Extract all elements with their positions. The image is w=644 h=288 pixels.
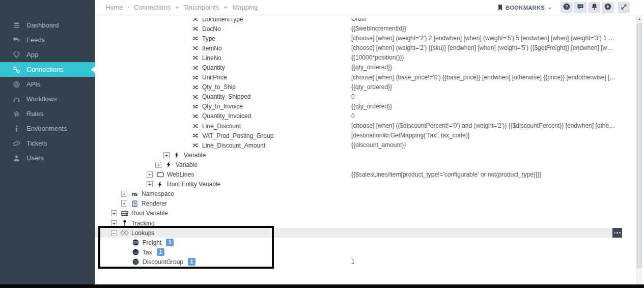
tree-row[interactable]: +Tracking (95, 218, 632, 228)
tree-row[interactable]: Line_Discount_Amount{{discount_amount}} (95, 140, 632, 150)
lookup-item-icon (131, 258, 140, 265)
tree-row[interactable]: Freight1 (95, 238, 632, 247)
row-menu-button[interactable] (612, 228, 622, 238)
shuffle-icon (191, 75, 200, 80)
tree-row[interactable]: +nsNamespace (95, 189, 632, 199)
breadcrumb-item-home[interactable]: Home (105, 4, 123, 11)
collapse-icon[interactable]: − (111, 230, 117, 236)
tree-row-value: [choose] [when] (($discountPercent!='0')… (351, 121, 615, 131)
tree-row[interactable]: +Variable (95, 160, 632, 169)
expand-icon[interactable]: + (111, 220, 117, 226)
breadcrumb-item-connections[interactable]: Connections (134, 4, 171, 11)
topbar-buttons: ? (559, 2, 630, 13)
sidebar-item-label: Users (26, 154, 44, 162)
tree-row-label: Tax (143, 249, 152, 256)
svg-text:?: ? (565, 4, 568, 9)
sidebar-item-tickets[interactable]: Tickets (0, 136, 95, 151)
sidebar-item-connections[interactable]: Connections (0, 62, 95, 77)
help-icon: ? (563, 3, 570, 12)
tree-row[interactable]: +Root Variable (95, 209, 632, 218)
lookup-item-icon (131, 249, 140, 255)
tree-row[interactable]: Qty_to_Ship{{qty_ordered}} (95, 82, 632, 92)
tree-row-label: Variable (176, 161, 198, 168)
top-bar: HomeConnectionsTouchpointsMapping BOOKMA… (95, 0, 644, 15)
dashboard-icon (12, 22, 21, 29)
connections-icon (12, 66, 21, 73)
chat-button[interactable] (574, 2, 586, 13)
tree-row-value: 1 (351, 257, 355, 267)
sidebar-item-rules[interactable]: Rules (0, 106, 95, 121)
sidebar-item-dashboard[interactable]: Dashboard (0, 18, 95, 33)
tree-row[interactable]: +Root Entity Variable (95, 180, 632, 189)
tree-row[interactable]: Quantity_Shipped0 (95, 92, 632, 102)
tree-row[interactable]: Qty_to_Invoice{{qty_ordered}} (95, 102, 632, 111)
tree-row-value: [choose] [when] (weight='2') 2 [endwhen]… (351, 34, 614, 43)
sidebar-item-workflows[interactable]: Workflows (0, 92, 95, 106)
shuffle-icon (191, 113, 200, 119)
tree-row[interactable]: DocumentTypeOrder (95, 18, 632, 24)
tree-row[interactable]: UnitPrice[choose] [when] (base_price!='0… (95, 73, 632, 82)
breadcrumb-item-mapping[interactable]: Mapping (232, 4, 258, 11)
expand-icon[interactable]: + (121, 200, 127, 207)
sidebar-item-app[interactable]: App (0, 47, 95, 62)
tree-row-label: Renderer (142, 200, 167, 207)
active-item-arrow (91, 66, 95, 73)
tree-row[interactable]: Line_Discount[choose] [when] (($discount… (95, 121, 632, 131)
expand-icon[interactable]: + (147, 171, 153, 178)
shuffle-icon (191, 26, 200, 32)
tree-row[interactable]: Quantity_Invoiced0 (95, 111, 632, 121)
tree-row-label: Line_Discount (202, 123, 241, 130)
tree-row[interactable]: LineNo{{10000*position()}} (95, 53, 632, 63)
tree-row-value: {{qty_ordered}} (351, 63, 392, 72)
expand-icon[interactable]: + (147, 181, 153, 187)
chat-icon (577, 3, 584, 12)
tree-row-label: Quantity_Shipped (202, 93, 250, 100)
expand-button[interactable] (618, 2, 630, 13)
bookmarks-button[interactable]: BOOKMARKS (498, 5, 552, 11)
tree-row-label: Tracking (131, 220, 155, 227)
topbar-actions: BOOKMARKS ? (498, 2, 630, 13)
tree-row[interactable]: VAT_Prod_Posting_Group[destinationlib:Ge… (95, 131, 632, 140)
tree-row[interactable]: DiscountGroup11 (95, 257, 632, 267)
tree-row[interactable]: +Renderer (95, 199, 632, 209)
expand-icon[interactable]: + (111, 210, 117, 216)
tree-row[interactable]: DocNo{{$webIncrementId}} (95, 24, 632, 34)
shuffle-icon (191, 18, 200, 22)
tree-row[interactable]: Quantity{{qty_ordered}} (95, 63, 632, 72)
feeds-icon (12, 37, 21, 44)
shuffle-icon (191, 123, 200, 129)
tree-row[interactable]: −Lookups (95, 228, 632, 238)
tree-row-label: Root Entity Variable (167, 181, 220, 188)
expand-icon[interactable]: + (121, 191, 127, 197)
tree-row-label: LineNo (202, 54, 221, 62)
chevron-down-icon (548, 5, 552, 11)
tree-row-label: Lookups (131, 229, 154, 237)
sidebar-item-label: APIs (26, 80, 40, 88)
bell-button[interactable] (588, 2, 600, 13)
sidebar-item-label: Environments (26, 125, 67, 132)
expand-icon[interactable]: + (163, 152, 170, 158)
tree-row[interactable]: +Variable (95, 150, 632, 160)
bell-icon (591, 3, 598, 12)
scroll-up-arrow-icon[interactable]: ▲ (637, 17, 642, 20)
breadcrumb-item-touchpoints[interactable]: Touchpoints (184, 4, 219, 11)
renderer-icon (130, 200, 139, 207)
vertical-scrollbar[interactable]: ▲ (636, 16, 642, 284)
tree-row[interactable]: Tax1 (95, 247, 632, 257)
expand-icon[interactable]: + (155, 162, 161, 168)
tree-row-label: Line_Discount_Amount (202, 142, 265, 149)
sidebar-item-label: App (26, 51, 38, 59)
help-button[interactable]: ? (561, 2, 573, 13)
mapping-tree: DocumentTypeOrderDocNo{{$webIncrementId}… (95, 18, 632, 267)
tree-row[interactable]: +WebLines{{$salesLines/item[product_type… (95, 170, 632, 180)
tree-row-label: WebLines (167, 171, 194, 178)
sidebar-item-users[interactable]: Users (0, 151, 95, 165)
sidebar-item-apis[interactable]: APIs (0, 77, 95, 92)
sidebar-item-environments[interactable]: Environments (0, 121, 95, 136)
history-button[interactable] (602, 2, 614, 13)
sidebar-item-feeds[interactable]: Feeds (0, 33, 95, 47)
tree-row[interactable]: ItemNo[choose] [when] (weight='2') {{sku… (95, 43, 632, 53)
scrollbar-thumb[interactable] (637, 23, 642, 268)
tree-row[interactable]: Type[choose] [when] (weight='2') 2 [endw… (95, 34, 632, 43)
tracking-pin-icon (120, 220, 129, 226)
